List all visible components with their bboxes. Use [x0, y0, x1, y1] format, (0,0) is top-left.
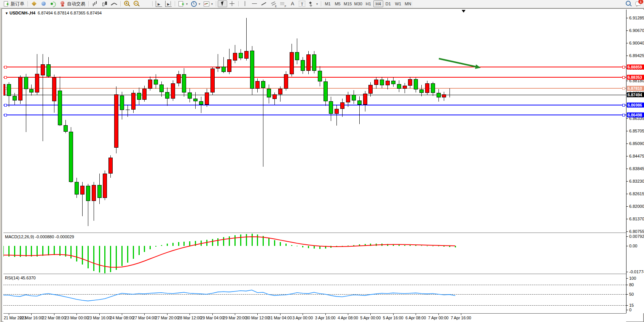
- timeframe-w1-button[interactable]: W1: [393, 0, 403, 7]
- timeframe-m15-button[interactable]: M15: [343, 0, 353, 7]
- time-tick: [393, 314, 394, 315]
- timeframe-h4-button[interactable]: H4: [373, 0, 383, 7]
- fibonacci-button[interactable]: [278, 0, 288, 7]
- time-tick-label: 24 Mar 08:00: [110, 316, 134, 320]
- dropdown-arrow-icon[interactable]: ▾: [316, 2, 318, 6]
- period-button[interactable]: ▾: [189, 0, 202, 7]
- new-chart-icon: [178, 1, 185, 7]
- tile-windows-button[interactable]: [141, 0, 151, 7]
- chart-shift-button[interactable]: [164, 0, 173, 7]
- time-tick-label: 23 Mar 00:00: [65, 316, 88, 320]
- channel-button[interactable]: [269, 0, 278, 7]
- time-tick: [167, 314, 167, 315]
- time-tick: [348, 314, 348, 315]
- toolbar-separator: [27, 1, 28, 6]
- price-tick-label: 6.90670: [629, 28, 644, 33]
- chat-badge: 1: [638, 0, 643, 4]
- price-tick-label: 6.89425: [629, 53, 644, 58]
- time-tick-label: 27 Mar 04:00: [132, 316, 156, 320]
- price-tick-label: 6.81370: [629, 217, 644, 221]
- textlabel-button[interactable]: [297, 0, 307, 7]
- metaeditor-button[interactable]: [29, 0, 39, 7]
- template-button[interactable]: ▾: [202, 0, 214, 7]
- shapes-button[interactable]: ▾: [307, 0, 319, 7]
- bar-chart-button[interactable]: [90, 0, 100, 7]
- line-chart-icon: [111, 1, 117, 7]
- trend-arrow-annotation[interactable]: [3, 10, 626, 233]
- time-tick-label: 22 Mar 08:00: [42, 316, 66, 320]
- time-tick: [190, 314, 190, 315]
- signals-button[interactable]: [48, 0, 58, 7]
- line-chart-button[interactable]: [109, 0, 119, 7]
- candle-chart-button[interactable]: [100, 0, 109, 7]
- current-price-badge: 6.87494: [627, 92, 644, 97]
- dropdown-arrow-icon[interactable]: ▾: [199, 2, 200, 6]
- time-tick: [257, 314, 258, 315]
- price-badge-6.87810: 6.87810: [627, 86, 644, 91]
- macd-panel[interactable]: MACD(12,26,9) -0.000880 -0.000029: [3, 234, 626, 274]
- price-axis[interactable]: 6.912856.906706.900406.894256.888106.881…: [626, 10, 644, 313]
- macd-axis-label: 0.007929: [629, 234, 644, 239]
- rsi-axis-tick: [626, 294, 628, 295]
- timeframe-d1-button[interactable]: D1: [383, 0, 393, 7]
- timeframe-m30-button[interactable]: M30: [353, 0, 363, 7]
- text-icon: [289, 1, 296, 7]
- price-tick-label: 6.83230: [629, 179, 644, 183]
- crosshair-icon: [229, 1, 235, 7]
- search-icon[interactable]: [625, 0, 631, 6]
- community-button[interactable]: [39, 0, 48, 7]
- timeframe-m5-button[interactable]: M5: [333, 0, 343, 7]
- period-icon: [191, 1, 197, 7]
- rsi-axis-label: 15: [629, 303, 634, 308]
- time-tick-label: 21 Mar 16:00: [19, 316, 43, 320]
- toolbar-separator: [152, 1, 153, 6]
- macd-axis-tick: [626, 246, 628, 246]
- zoom-out-button[interactable]: [132, 0, 141, 7]
- dropdown-arrow-icon[interactable]: ▾: [186, 2, 188, 6]
- template-icon: [203, 1, 210, 7]
- rsi-axis-label: 50: [629, 292, 634, 296]
- autotrade-button[interactable]: 自动交易: [58, 0, 87, 7]
- price-tick: [626, 30, 628, 31]
- timeframe-m1-button[interactable]: M1: [323, 0, 333, 7]
- zoom-in-button[interactable]: [122, 0, 132, 7]
- time-tick: [212, 314, 213, 315]
- crosshair-button[interactable]: [227, 0, 237, 7]
- price-tick: [626, 156, 628, 156]
- text-button[interactable]: [288, 0, 297, 7]
- price-tick-label: 6.83845: [629, 166, 644, 171]
- time-tick-label: 31 Mar 04:00: [268, 316, 292, 320]
- timeframe-mn-button[interactable]: MN: [403, 0, 413, 7]
- textlabel-icon: [299, 1, 305, 7]
- price-badge-6.86986: 6.86986: [627, 103, 644, 108]
- dropdown-arrow-icon[interactable]: ▾: [211, 2, 213, 6]
- new-order-button-label: 新订单: [11, 1, 24, 7]
- new-chart-button[interactable]: ▾: [177, 0, 189, 7]
- cursor-button[interactable]: [218, 0, 227, 7]
- main-chart-panel[interactable]: ▼ USDCNH-,H4 6.87494 6.87814 6.87365 6.8…: [3, 10, 626, 233]
- new-order-button[interactable]: 新订单: [2, 0, 26, 7]
- chat-icon[interactable]: 1: [635, 0, 642, 6]
- price-badge-6.88859: 6.88859: [627, 65, 644, 70]
- trendline-button[interactable]: [259, 0, 269, 7]
- time-tick: [438, 314, 439, 315]
- vline-button[interactable]: [240, 0, 250, 7]
- rsi-panel[interactable]: RSI(14) 45.6370: [3, 275, 626, 313]
- time-tick-label: 7 Apr 16:00: [451, 316, 471, 320]
- hline-button[interactable]: [250, 0, 259, 7]
- price-tick: [626, 56, 628, 56]
- time-tick-label: 4 Apr 08:00: [338, 316, 358, 320]
- price-tick: [626, 219, 628, 219]
- price-tick-label: 6.90040: [629, 41, 644, 45]
- price-tick: [626, 194, 628, 194]
- time-axis[interactable]: 21 Mar 202321 Mar 16:0022 Mar 08:0023 Ma…: [3, 313, 626, 322]
- price-tick: [626, 131, 628, 131]
- toolbar-right-icons: 1: [625, 0, 642, 6]
- auto-scroll-button[interactable]: [154, 0, 164, 7]
- time-tick: [122, 314, 122, 315]
- mt4-terminal: { "window": { "title_marker": "▼", "symb…: [0, 0, 644, 322]
- macd-signal-line: [3, 234, 626, 274]
- hline-icon: [251, 1, 258, 7]
- timeframe-h1-button[interactable]: H1: [363, 0, 373, 7]
- time-tick-label: 7 Apr 00:00: [428, 316, 449, 320]
